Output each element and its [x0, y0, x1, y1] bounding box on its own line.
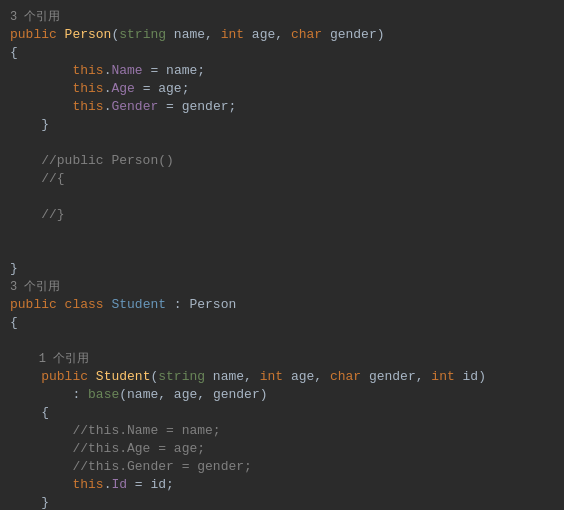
paren-base-close: )	[260, 386, 268, 404]
param-gender-s: gender,	[361, 368, 431, 386]
indent-1	[10, 62, 72, 80]
code-line-person-constructor: public Person(string name, int age, char…	[0, 26, 564, 44]
keyword-int-3: int	[431, 368, 454, 386]
semi-2: ;	[182, 80, 190, 98]
code-editor: 3 个引用 public Person(string name, int age…	[0, 0, 564, 510]
paren-close-s: )	[478, 368, 486, 386]
code-line-this-id: this.Id = id;	[0, 476, 564, 494]
hint-text-1: 3 个引用	[10, 8, 60, 26]
val-name: name	[166, 62, 197, 80]
dot-2: .	[104, 80, 112, 98]
dot-3: .	[104, 98, 112, 116]
open-brace-student: {	[10, 314, 18, 332]
comment-brace-close: //}	[10, 206, 65, 224]
code-line-this-age: this.Age = age;	[0, 80, 564, 98]
class-student: Student	[111, 296, 166, 314]
indent-s3	[10, 404, 41, 422]
code-line-student-class: public class Student : Person	[0, 296, 564, 314]
hint-line-2: 3 个引用	[0, 278, 564, 296]
hint-line-1: 3 个引用	[0, 8, 564, 26]
prop-name: Name	[111, 62, 142, 80]
prop-id: Id	[111, 476, 127, 494]
code-line-close-class-1: }	[0, 260, 564, 278]
semi-4: ;	[166, 476, 174, 494]
close-class-brace: }	[10, 260, 18, 278]
method-person: Person	[65, 26, 112, 44]
inherit-person: Person	[189, 296, 236, 314]
eq-2: =	[135, 80, 158, 98]
eq-4: =	[127, 476, 150, 494]
empty-line-5	[0, 332, 564, 350]
indent-2	[10, 80, 72, 98]
paren-open-s: (	[150, 368, 158, 386]
empty-line-3	[0, 224, 564, 242]
prop-gender: Gender	[111, 98, 158, 116]
indent-3	[10, 98, 72, 116]
keyword-public-3: public	[41, 368, 96, 386]
this-kw-3: this	[72, 98, 103, 116]
code-line-base-call: : base(name, age, gender)	[0, 386, 564, 404]
hint-line-3: 1 个引用	[0, 350, 564, 368]
this-kw-1: this	[72, 62, 103, 80]
code-line-this-name: this.Name = name;	[0, 62, 564, 80]
keyword-char: char	[291, 26, 322, 44]
code-line-comment-person: //public Person()	[0, 152, 564, 170]
empty-line-2	[0, 188, 564, 206]
dot-4: .	[104, 476, 112, 494]
eq-1: =	[143, 62, 166, 80]
indent-s2	[10, 386, 72, 404]
code-line-comment-name: //this.Name = name;	[0, 422, 564, 440]
param-id: id	[455, 368, 478, 386]
keyword-class: class	[65, 296, 112, 314]
code-line-comment-brace-close: //}	[0, 206, 564, 224]
code-line-open-brace-1: {	[0, 44, 564, 62]
comment-age: //this.Age = age;	[10, 440, 205, 458]
val-id: id	[150, 476, 166, 494]
code-line-comment-age: //this.Age = age;	[0, 440, 564, 458]
val-gender: gender	[182, 98, 229, 116]
code-line-comment-brace-open: //{	[0, 170, 564, 188]
hint-text-2: 3 个引用	[10, 278, 60, 296]
close-brace-1: }	[10, 116, 49, 134]
paren-base-open: (	[119, 386, 127, 404]
param-age-s: age,	[283, 368, 330, 386]
indent-s1	[10, 368, 41, 386]
open-brace-student2: {	[41, 404, 49, 422]
indent-s4	[10, 476, 72, 494]
method-student: Student	[96, 368, 151, 386]
eq-3: =	[158, 98, 181, 116]
comment-person: //public Person()	[10, 152, 174, 170]
val-age: age	[158, 80, 181, 98]
keyword-base: base	[88, 386, 119, 404]
keyword-string: string	[119, 26, 166, 44]
keyword-int-1: int	[221, 26, 244, 44]
semi-3: ;	[228, 98, 236, 116]
keyword-char-2: char	[330, 368, 361, 386]
colon-base: :	[72, 386, 88, 404]
close-brace-student: }	[10, 494, 49, 510]
code-line-close-brace-1: }	[0, 116, 564, 134]
keyword-int-2: int	[260, 368, 283, 386]
empty-line-1	[0, 134, 564, 152]
code-line-student-constructor: public Student(string name, int age, cha…	[0, 368, 564, 386]
param-name-s: name,	[205, 368, 260, 386]
code-line-open-brace-student2: {	[0, 404, 564, 422]
dot-1: .	[104, 62, 112, 80]
keyword-string-2: string	[158, 368, 205, 386]
keyword-public: public	[10, 26, 65, 44]
colon-inherit: :	[166, 296, 189, 314]
comment-brace-open: //{	[10, 170, 65, 188]
code-line-this-gender: this.Gender = gender;	[0, 98, 564, 116]
open-brace-1: {	[10, 44, 18, 62]
empty-line-4	[0, 242, 564, 260]
code-line-close-brace-student: }	[0, 494, 564, 510]
paren-open: (	[111, 26, 119, 44]
code-line-comment-gender: //this.Gender = gender;	[0, 458, 564, 476]
param-age: age,	[244, 26, 291, 44]
comment-name: //this.Name = name;	[10, 422, 221, 440]
keyword-public-2: public	[10, 296, 65, 314]
hint-text-3: 1 个引用	[10, 350, 89, 368]
param-gender: gender	[322, 26, 377, 44]
code-line-open-brace-student: {	[0, 314, 564, 332]
this-kw-4: this	[72, 476, 103, 494]
